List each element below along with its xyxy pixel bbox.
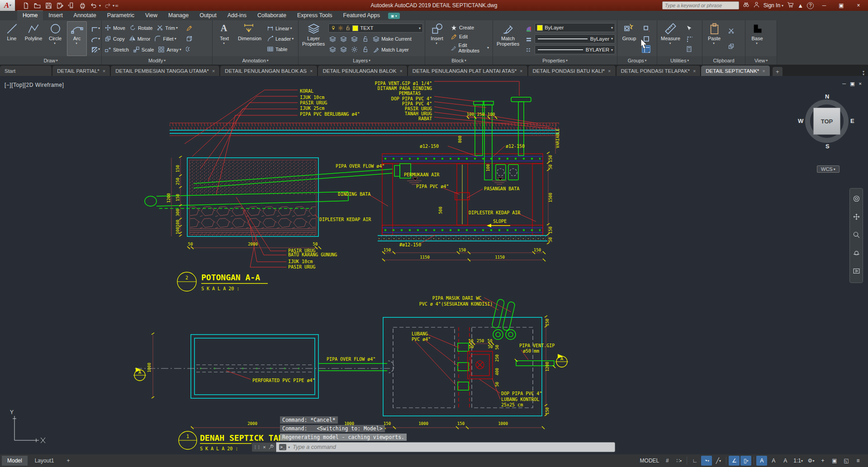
- offset-tool[interactable]: [185, 45, 194, 53]
- annotation-scale-button[interactable]: A: [780, 456, 791, 466]
- ortho-toggle[interactable]: ∟: [689, 456, 700, 466]
- viewcube-west[interactable]: W: [798, 118, 803, 124]
- annotation-autoscale-toggle[interactable]: A: [768, 456, 779, 466]
- undo-caret-icon[interactable]: ▾: [99, 4, 101, 8]
- annotation-monitor-toggle[interactable]: +: [817, 456, 828, 466]
- save-button[interactable]: [43, 1, 53, 10]
- layer-isolate-tool[interactable]: [339, 35, 348, 43]
- palette-close-icon[interactable]: ×: [263, 444, 266, 450]
- arc-tool[interactable]: Arc▾: [67, 21, 87, 56]
- panel-label-utilities[interactable]: Utilities▾: [657, 56, 702, 65]
- customization-menu-icon[interactable]: ≡: [853, 456, 863, 466]
- pan-icon[interactable]: [853, 213, 860, 222]
- panel-label-annotation[interactable]: Annotation▾: [213, 56, 298, 65]
- file-tab[interactable]: DETAIL PENULANGAN PLAT LANTAI ATAS*×: [408, 66, 528, 76]
- palette-grip-handle[interactable]: ⋮⋮: [253, 445, 261, 449]
- model-tab[interactable]: Model: [2, 456, 28, 466]
- new-drawing-tab-button[interactable]: +: [773, 67, 783, 76]
- store-cart-icon[interactable]: [787, 1, 794, 10]
- panel-label-properties[interactable]: Properties▾: [493, 56, 617, 65]
- command-prompt-icon[interactable]: >_: [279, 444, 286, 450]
- plot-button[interactable]: [77, 1, 87, 10]
- command-line-palette[interactable]: ⋮⋮ × >_ ▾: [251, 442, 615, 452]
- edit-block-button[interactable]: Edit: [450, 33, 490, 41]
- close-button[interactable]: ×: [852, 1, 865, 10]
- redo-caret-icon[interactable]: ▾: [113, 4, 114, 8]
- show-motion-icon[interactable]: [853, 267, 860, 277]
- file-tab[interactable]: DETAIL PEMBESIAN TANGGA UTAMA*×: [111, 66, 220, 76]
- group-button[interactable]: Group: [619, 21, 639, 56]
- quick-select-button[interactable]: [685, 24, 693, 32]
- close-tab-icon[interactable]: ×: [608, 68, 611, 74]
- layer-unlock-tool[interactable]: [361, 46, 370, 53]
- close-tab-icon[interactable]: ×: [103, 68, 105, 74]
- linetype-list-icon[interactable]: [524, 45, 532, 53]
- search-icon[interactable]: [743, 1, 749, 10]
- help-search-input[interactable]: [662, 1, 739, 9]
- hatch-tool[interactable]: ▾: [90, 45, 101, 53]
- tab-overflow-icon[interactable]: ▾▾: [863, 71, 864, 76]
- move-tool[interactable]: Move: [104, 24, 126, 32]
- layer-on-tool[interactable]: [328, 46, 337, 53]
- close-tab-icon[interactable]: ×: [693, 68, 696, 74]
- tab-manage[interactable]: Manage: [163, 11, 194, 20]
- paste-button[interactable]: Paste▾: [704, 21, 724, 56]
- undo-button[interactable]: [89, 1, 99, 10]
- tab-view[interactable]: View: [140, 11, 163, 20]
- recent-commands-caret-icon[interactable]: ▾: [288, 445, 290, 449]
- viewcube-south[interactable]: S: [825, 143, 830, 150]
- open-file-button[interactable]: [32, 1, 42, 10]
- file-tab[interactable]: DETAIL PENULANGAN BALOK AS×: [220, 66, 318, 76]
- tab-output[interactable]: Output: [194, 11, 222, 20]
- viewport-minimize-icon[interactable]: ─: [842, 81, 846, 87]
- layer-thaw-tool[interactable]: [350, 46, 359, 53]
- palette-customize-icon[interactable]: [268, 444, 274, 451]
- tab-parametric[interactable]: Parametric: [102, 11, 140, 20]
- tab-annotate[interactable]: Annotate: [68, 11, 102, 20]
- layer-off-tool[interactable]: [328, 35, 337, 43]
- id-point-button[interactable]: [685, 35, 693, 42]
- model-space-toggle[interactable]: MODEL: [638, 456, 661, 466]
- create-block-button[interactable]: Create: [450, 24, 490, 32]
- viewcube[interactable]: N W E S TOP: [802, 94, 854, 162]
- dimension-tool[interactable]: Dimension: [236, 21, 263, 56]
- make-current-button[interactable]: Make Current: [372, 35, 413, 43]
- rotate-tool[interactable]: Rotate: [128, 24, 153, 32]
- isometric-drafting-toggle[interactable]: ╱▾: [713, 456, 724, 466]
- insert-block-button[interactable]: Insert▾: [427, 21, 447, 56]
- copy-clip-button[interactable]: [727, 42, 735, 50]
- panel-label-draw[interactable]: Draw▾: [0, 56, 101, 65]
- cut-button[interactable]: [727, 27, 735, 35]
- tab-featured-apps[interactable]: Featured Apps: [338, 11, 385, 20]
- file-tab[interactable]: DETAIL PONDASI BATU KALI*×: [528, 66, 616, 76]
- panel-label-layers[interactable]: Layers▾: [299, 56, 425, 65]
- linetype-select[interactable]: BYLAYER▾: [535, 45, 615, 54]
- linear-dimension-tool[interactable]: Linear▾: [266, 24, 294, 32]
- redo-button[interactable]: [102, 1, 112, 10]
- layer-freeze-tool[interactable]: [350, 35, 359, 43]
- isolate-objects-button[interactable]: ▣: [829, 456, 840, 466]
- object-color-select[interactable]: ByLayer▾: [535, 23, 615, 32]
- quick-calc-button[interactable]: [685, 45, 693, 53]
- tab-addins[interactable]: Add-ins: [222, 11, 252, 20]
- ribbon-display-toggle[interactable]: ▣ ▾: [388, 13, 400, 19]
- copy-tool[interactable]: Copy: [104, 35, 126, 42]
- file-tab-start[interactable]: Start: [0, 66, 52, 76]
- close-tab-icon[interactable]: ×: [520, 68, 522, 74]
- workspace-switching-gear-icon[interactable]: ⚙▾: [806, 456, 816, 466]
- panel-label-view[interactable]: View▾: [745, 56, 777, 65]
- sign-in-button[interactable]: Sign In▾: [764, 2, 783, 9]
- orbit-icon[interactable]: [853, 249, 860, 259]
- explode-tool[interactable]: [185, 35, 194, 42]
- lineweight-select[interactable]: ByLayer▾: [535, 34, 615, 43]
- layout1-tab[interactable]: Layout1: [29, 456, 60, 466]
- object-snap-toggle[interactable]: ▯▾: [740, 456, 751, 466]
- leader-tool[interactable]: Leader▾: [266, 35, 294, 42]
- close-tab-icon[interactable]: ×: [399, 68, 402, 74]
- file-tab[interactable]: DETAIL PARTIAL*×: [52, 66, 110, 76]
- tab-insert[interactable]: Insert: [43, 11, 68, 20]
- command-input[interactable]: [293, 444, 612, 450]
- object-snap-tracking-toggle[interactable]: ∠: [729, 456, 740, 466]
- mirror-tool[interactable]: Mirror: [128, 35, 152, 42]
- model-space-canvas[interactable]: KORAL IJUK 10cm PASIR URUG IJUK 25cm PIP…: [0, 76, 868, 454]
